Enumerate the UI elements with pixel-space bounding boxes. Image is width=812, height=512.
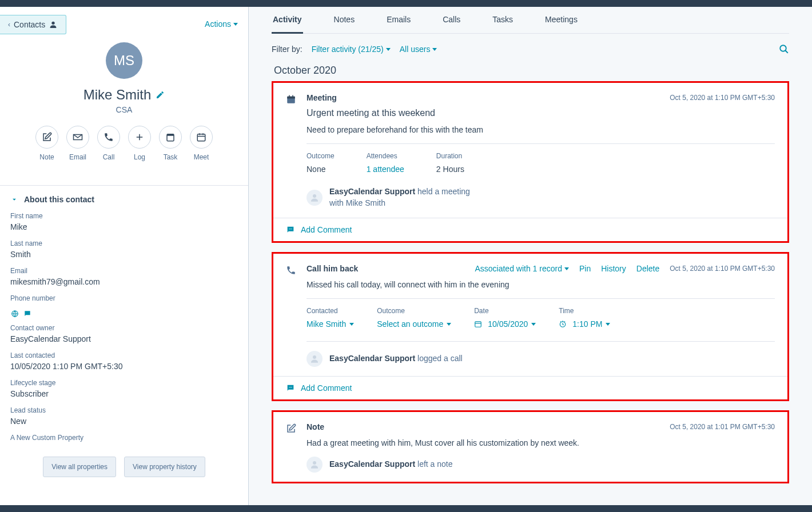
contact-subtitle: CSA: [0, 105, 248, 114]
svg-point-10: [780, 45, 786, 51]
svg-rect-4: [167, 134, 174, 136]
activity-card-note: Note Oct 5, 2020 at 1:01 PM GMT+5:30 Had…: [272, 410, 789, 483]
svg-point-17: [289, 229, 289, 229]
call-desc: Missed his call today, will connect with…: [307, 280, 775, 289]
view-all-properties-button[interactable]: View all properties: [43, 457, 116, 477]
tab-tasks[interactable]: Tasks: [491, 15, 514, 33]
calendar-icon: [474, 320, 482, 328]
add-comment-button[interactable]: Add Comment: [273, 218, 787, 241]
last-name-field[interactable]: Smith: [10, 250, 238, 259]
email-button[interactable]: [66, 126, 89, 149]
clock-icon: [559, 320, 567, 328]
caret-down-icon: [233, 23, 238, 26]
svg-line-11: [785, 50, 788, 53]
filter-users-dropdown[interactable]: All users: [400, 45, 437, 54]
search-icon[interactable]: [779, 44, 789, 54]
meet-button[interactable]: [190, 126, 213, 149]
owner-field[interactable]: EasyCalendar Support: [10, 334, 238, 343]
call-date-picker[interactable]: 10/05/2020: [474, 319, 536, 329]
filter-label: Filter by:: [272, 45, 302, 54]
person-icon: [49, 20, 58, 29]
back-to-contacts-button[interactable]: ‹ Contacts: [0, 15, 66, 34]
user-avatar-icon: [307, 190, 323, 206]
note-icon: [286, 423, 296, 434]
last-contacted-field: 10/05/2020 1:10 PM GMT+5:30: [10, 362, 238, 371]
month-header: October 2020: [272, 65, 789, 77]
user-avatar-icon: [307, 351, 323, 367]
delete-link[interactable]: Delete: [636, 264, 659, 273]
meeting-duration[interactable]: 2 Hours: [436, 165, 464, 174]
svg-rect-15: [292, 95, 293, 98]
svg-point-19: [291, 229, 292, 229]
contact-sidebar: ‹ Contacts Actions MS Mike Smith CSA Not…: [0, 7, 249, 505]
meeting-attendees[interactable]: 1 attendee: [367, 165, 404, 174]
card-type: Call him back: [307, 264, 358, 273]
about-section-toggle[interactable]: About this contact: [0, 186, 248, 206]
email-field[interactable]: mikesmith79@gmail.com: [10, 277, 238, 286]
phone-icon: [286, 265, 296, 275]
activity-card-meeting: Meeting Oct 5, 2020 at 1:10 PM GMT+5:30 …: [272, 81, 789, 243]
note-button[interactable]: [35, 126, 58, 149]
tab-meetings[interactable]: Meetings: [544, 15, 579, 33]
calendar-icon: [286, 94, 296, 105]
tab-calls[interactable]: Calls: [441, 15, 461, 33]
svg-rect-20: [475, 322, 481, 327]
call-outcome-dropdown[interactable]: Select an outcome: [377, 319, 451, 329]
svg-point-18: [290, 229, 290, 229]
view-property-history-button[interactable]: View property history: [124, 457, 205, 477]
pin-link[interactable]: Pin: [579, 264, 591, 273]
svg-point-25: [290, 387, 290, 387]
svg-rect-13: [287, 97, 295, 99]
caret-down-icon: [432, 48, 437, 51]
first-name-field[interactable]: Mike: [10, 222, 238, 231]
lifecycle-field[interactable]: Subscriber: [10, 389, 238, 398]
call-button[interactable]: [97, 126, 120, 149]
activity-card-call: Call him back Associated with 1 record P…: [272, 252, 789, 401]
phone-globe-icon[interactable]: [10, 309, 19, 318]
task-button[interactable]: [159, 126, 182, 149]
history-link[interactable]: History: [601, 264, 626, 273]
caret-down-icon: [386, 48, 391, 51]
card-timestamp: Oct 5, 2020 at 1:01 PM GMT+5:30: [670, 423, 775, 431]
comment-icon: [286, 225, 295, 234]
user-avatar-icon: [307, 457, 323, 473]
meeting-desc: Need to prepare beforehand for this with…: [307, 125, 775, 134]
svg-point-26: [291, 387, 292, 387]
phone-chat-icon[interactable]: [23, 309, 32, 318]
lead-status-field[interactable]: New: [10, 417, 238, 426]
tab-activity[interactable]: Activity: [272, 15, 303, 34]
contact-name: Mike Smith: [83, 87, 152, 103]
tab-notes[interactable]: Notes: [333, 15, 356, 33]
svg-point-0: [52, 22, 55, 25]
svg-point-27: [313, 461, 316, 465]
associated-records-link[interactable]: Associated with 1 record: [475, 264, 569, 273]
tab-emails[interactable]: Emails: [385, 15, 412, 33]
filter-activity-dropdown[interactable]: Filter activity (21/25): [312, 45, 391, 54]
call-contacted-dropdown[interactable]: Mike Smith: [307, 319, 354, 329]
call-time-picker[interactable]: 1:10 PM: [559, 319, 610, 329]
chevron-left-icon: ‹: [8, 21, 10, 29]
contact-avatar: MS: [106, 42, 142, 79]
meeting-title: Urgent meeting at this weekend: [307, 108, 775, 118]
comment-icon: [286, 383, 295, 393]
svg-point-23: [313, 355, 316, 359]
actions-dropdown[interactable]: Actions: [205, 19, 238, 29]
meeting-outcome[interactable]: None: [307, 165, 335, 174]
svg-rect-5: [197, 134, 205, 141]
svg-point-24: [289, 387, 289, 387]
custom-property-field[interactable]: A New Custom Property: [10, 434, 238, 442]
activity-panel: Activity Notes Emails Calls Tasks Meetin…: [249, 7, 812, 505]
card-timestamp: Oct 5, 2020 at 1:10 PM GMT+5:30: [670, 94, 775, 102]
edit-name-icon[interactable]: [156, 90, 165, 99]
card-type: Meeting: [307, 93, 337, 102]
back-label: Contacts: [14, 20, 45, 29]
svg-rect-14: [289, 95, 290, 98]
svg-point-16: [313, 194, 316, 198]
log-button[interactable]: [128, 126, 151, 149]
chevron-down-icon: [10, 195, 18, 203]
note-desc: Had a great meeting with him, Must cover…: [307, 438, 775, 447]
card-type: Note: [307, 422, 324, 431]
card-timestamp: Oct 5, 2020 at 1:10 PM GMT+5:30: [670, 265, 775, 273]
add-comment-button[interactable]: Add Comment: [273, 376, 787, 399]
